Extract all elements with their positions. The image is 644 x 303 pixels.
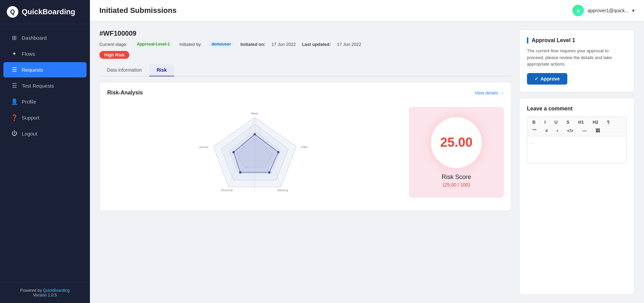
svg-text:Financial: Financial — [221, 189, 232, 192]
risk-analysis-title: Risk-Analysis — [107, 90, 143, 96]
comment-area[interactable]: ... — [527, 136, 627, 163]
approve-btn-label: Approve — [541, 76, 560, 82]
sidebar-item-support[interactable]: ❓Support — [3, 110, 87, 125]
initiated-on-label: Initiated on: — [241, 42, 266, 47]
last-updated-label: Last updated: — [302, 42, 331, 47]
risk-score-range: (25.00 / 100) — [443, 182, 470, 188]
support-icon: ❓ — [11, 114, 18, 121]
toolbar-btn-12[interactable]: 🖼 — [594, 127, 602, 134]
toolbar-btn-2[interactable]: U — [553, 119, 559, 125]
logo-icon: Q — [7, 6, 18, 18]
sidebar-item-requests[interactable]: ☰Requests — [3, 62, 87, 77]
risk-card-container: Risk-Analysis View details → — [99, 82, 512, 211]
svg-text:Business: Business — [199, 145, 208, 149]
workflow-meta: Current stage: Approval-Level-1 Initiate… — [99, 41, 512, 48]
footer-version: Version 1.0.5 — [33, 293, 57, 298]
sidebar-label-requests: Requests — [22, 67, 43, 73]
comment-toolbar: BIUSH1H2¶""#•</>—🖼 — [527, 117, 627, 136]
last-updated-value: 17 Jun 2022 — [337, 42, 361, 47]
tab-risk[interactable]: Risk — [149, 64, 174, 76]
footer-powered-text: Powered by — [20, 288, 43, 293]
user-email: approver1@quick... — [587, 8, 629, 13]
svg-point-12 — [268, 171, 270, 174]
tab-data-information[interactable]: Data information — [99, 64, 149, 76]
svg-text:Basic: Basic — [251, 112, 259, 115]
avatar: A — [572, 5, 584, 16]
view-details-link[interactable]: View details → — [475, 90, 504, 95]
high-risk-badge: High Risk — [99, 51, 129, 59]
checkmark-icon: ✓ — [534, 76, 538, 82]
sidebar-label-test-requests: Test Requests — [22, 83, 54, 89]
left-column: #WF100009 Current stage: Approval-Level-… — [99, 30, 512, 295]
logo-text: QuickBoarding — [22, 7, 75, 16]
sidebar-item-flows[interactable]: ✦Flows — [3, 46, 87, 61]
toolbar-btn-4[interactable]: H1 — [576, 119, 586, 125]
toolbar-btn-11[interactable]: — — [581, 127, 588, 134]
svg-text:CIBIL: CIBIL — [301, 145, 308, 149]
topbar: Initiated Submissions A approver1@quick.… — [90, 0, 644, 21]
right-column: Approval Level 1 The current flow requir… — [519, 30, 634, 295]
test-requests-icon: ☰ — [11, 82, 18, 89]
footer-brand-link[interactable]: QuickBoarding — [43, 288, 70, 293]
initiated-on-value: 17 Jun 2022 — [271, 42, 296, 47]
toolbar-btn-10[interactable]: </> — [565, 127, 575, 134]
risk-card-header: Risk-Analysis View details → — [107, 90, 504, 96]
sidebar-footer: Powered by QuickBoarding Version 1.0.5 — [0, 282, 90, 303]
initiated-by-badge: demouser — [208, 41, 234, 48]
svg-point-10 — [253, 133, 256, 136]
toolbar-btn-3[interactable]: S — [565, 119, 571, 125]
current-stage-badge: Approval-Level-1 — [133, 41, 173, 48]
comment-title: Leave a comment — [527, 106, 627, 112]
approval-description: The current flow requires your approval … — [527, 48, 627, 68]
toolbar-btn-8[interactable]: # — [544, 127, 549, 134]
approval-title: Approval Level 1 — [527, 37, 627, 43]
toolbar-btn-6[interactable]: ¶ — [605, 119, 611, 125]
risk-score-label: Risk Score — [441, 174, 471, 181]
sidebar-item-dashboard[interactable]: ⊞Dashboard — [3, 30, 87, 46]
dashboard-icon: ⊞ — [11, 34, 18, 41]
sidebar-label-dashboard: Dashboard — [22, 35, 46, 41]
toolbar-btn-1[interactable]: I — [543, 119, 547, 125]
content-area: #WF100009 Current stage: Approval-Level-… — [90, 21, 644, 303]
dropdown-icon: ▾ — [632, 8, 634, 13]
risk-score-circle: 25.00 — [431, 117, 482, 168]
toolbar-btn-7[interactable]: "" — [531, 127, 538, 134]
sidebar-nav: ⊞Dashboard✦Flows☰Requests☰Test Requests👤… — [0, 24, 90, 282]
sidebar-item-logout[interactable]: ⏻Logout — [3, 126, 87, 141]
sidebar-label-logout: Logout — [22, 131, 37, 137]
profile-icon: 👤 — [11, 98, 18, 105]
flows-icon: ✦ — [11, 50, 18, 57]
current-stage-label: Current stage: — [99, 42, 127, 47]
sidebar-item-test-requests[interactable]: ☰Test Requests — [3, 78, 87, 93]
risk-score-value: 25.00 — [440, 135, 472, 150]
svg-text:Banking: Banking — [278, 189, 288, 192]
tab-bar: Data informationRisk — [99, 64, 512, 76]
user-menu[interactable]: A approver1@quick... ▾ — [572, 5, 634, 16]
risk-score-panel: 25.00 Risk Score (25.00 / 100) — [409, 107, 504, 198]
radar-svg: Basic CIBIL Banking Financial Business — [199, 101, 311, 203]
sidebar-logo: Q QuickBoarding — [0, 0, 90, 24]
page-title: Initiated Submissions — [99, 6, 176, 15]
sidebar-label-profile: Profile — [22, 99, 36, 105]
comment-card: Leave a comment BIUSH1H2¶""#•</>—🖼 ... — [519, 98, 634, 295]
requests-icon: ☰ — [11, 66, 18, 73]
approve-button[interactable]: ✓ Approve — [527, 73, 567, 85]
toolbar-btn-5[interactable]: H2 — [591, 119, 600, 125]
svg-point-11 — [277, 151, 280, 154]
approval-card: Approval Level 1 The current flow requir… — [519, 30, 634, 92]
sidebar-label-support: Support — [22, 115, 40, 121]
toolbar-btn-9[interactable]: • — [555, 127, 560, 134]
initiated-by-label: Initiated by: — [179, 42, 202, 47]
sidebar: Q QuickBoarding ⊞Dashboard✦Flows☰Request… — [0, 0, 90, 303]
svg-point-14 — [232, 151, 235, 154]
radar-chart: Basic CIBIL Banking Financial Business — [107, 101, 402, 203]
sidebar-label-flows: Flows — [22, 51, 35, 57]
svg-point-13 — [239, 171, 241, 174]
toolbar-btn-0[interactable]: B — [531, 119, 537, 125]
main-area: Initiated Submissions A approver1@quick.… — [90, 0, 644, 303]
sidebar-item-profile[interactable]: 👤Profile — [3, 94, 87, 109]
workflow-id: #WF100009 — [99, 30, 512, 37]
logout-icon: ⏻ — [11, 130, 18, 137]
